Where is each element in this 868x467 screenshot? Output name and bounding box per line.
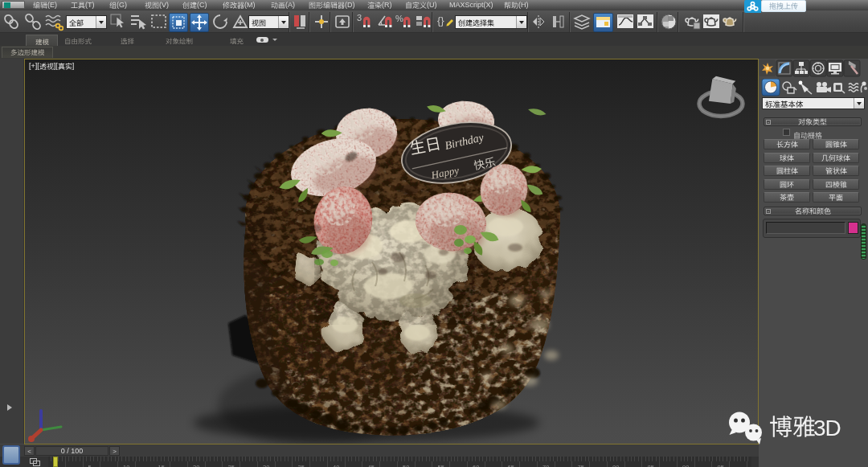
- svg-text:3: 3: [357, 13, 362, 23]
- svg-text:%: %: [395, 14, 403, 23]
- svg-text:{}: {}: [437, 14, 444, 27]
